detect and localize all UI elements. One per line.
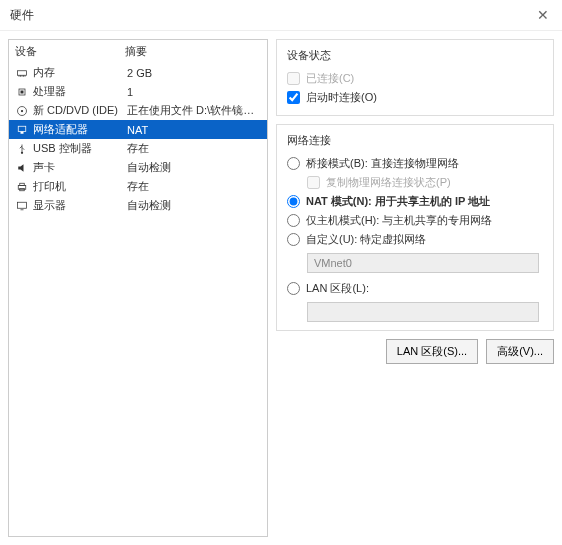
device-summary: 存在 (127, 179, 261, 194)
device-summary: 2 GB (127, 67, 261, 79)
connect-at-power-label: 启动时连接(O) (306, 90, 377, 105)
custom-radio[interactable] (287, 233, 300, 246)
device-name: 显示器 (33, 198, 127, 213)
device-name: 处理器 (33, 84, 127, 99)
device-summary: NAT (127, 124, 261, 136)
connect-at-power-row[interactable]: 启动时连接(O) (287, 88, 543, 107)
hostonly-label: 仅主机模式(H): 与主机共享的专用网络 (306, 213, 492, 228)
nat-label: NAT 模式(N): 用于共享主机的 IP 地址 (306, 194, 490, 209)
device-status-section: 设备状态 已连接(C) 启动时连接(O) (276, 39, 554, 116)
device-name: 新 CD/DVD (IDE) (33, 103, 127, 118)
close-icon[interactable]: ✕ (534, 6, 552, 24)
svg-rect-0 (18, 70, 27, 75)
device-col-device: 设备 (15, 44, 125, 59)
hostonly-radio[interactable] (287, 214, 300, 227)
lan-radio-row[interactable]: LAN 区段(L): (287, 279, 543, 298)
display-icon (15, 200, 29, 212)
device-row[interactable]: 内存2 GB (9, 63, 267, 82)
custom-radio-row[interactable]: 自定义(U): 特定虚拟网络 (287, 230, 543, 249)
connect-at-power-checkbox[interactable] (287, 91, 300, 104)
svg-point-12 (21, 151, 23, 153)
memory-icon (15, 67, 29, 79)
network-connection-section: 网络连接 桥接模式(B): 直接连接物理网络 复制物理网络连接状态(P) NAT… (276, 124, 554, 331)
svg-point-9 (21, 109, 23, 111)
window-title: 硬件 (10, 7, 34, 24)
cd-icon (15, 105, 29, 117)
device-summary: 正在使用文件 D:\软件镜像\... (127, 103, 261, 118)
bridged-radio-row[interactable]: 桥接模式(B): 直接连接物理网络 (287, 154, 543, 173)
connected-checkbox[interactable] (287, 72, 300, 85)
hostonly-radio-row[interactable]: 仅主机模式(H): 与主机共享的专用网络 (287, 211, 543, 230)
custom-label: 自定义(U): 特定虚拟网络 (306, 232, 426, 247)
device-name: 网络适配器 (33, 122, 127, 137)
device-summary: 自动检测 (127, 160, 261, 175)
device-summary: 存在 (127, 141, 261, 156)
lan-radio[interactable] (287, 282, 300, 295)
lan-segments-button[interactable]: LAN 区段(S)... (386, 339, 478, 364)
device-list-panel: 设备 摘要 内存2 GB处理器1新 CD/DVD (IDE)正在使用文件 D:\… (8, 39, 268, 537)
network-icon (15, 124, 29, 136)
nat-radio[interactable] (287, 195, 300, 208)
device-row[interactable]: 新 CD/DVD (IDE)正在使用文件 D:\软件镜像\... (9, 101, 267, 120)
device-summary: 自动检测 (127, 198, 261, 213)
svg-rect-10 (18, 126, 26, 131)
device-row[interactable]: 显示器自动检测 (9, 196, 267, 215)
device-col-summary: 摘要 (125, 44, 147, 59)
connected-checkbox-row[interactable]: 已连接(C) (287, 69, 543, 88)
network-connection-title: 网络连接 (287, 133, 543, 148)
svg-rect-11 (21, 131, 24, 133)
svg-rect-7 (21, 90, 24, 93)
device-row[interactable]: 处理器1 (9, 82, 267, 101)
bridged-sub-checkbox (307, 176, 320, 189)
device-name: 声卡 (33, 160, 127, 175)
usb-icon (15, 143, 29, 155)
bridged-sub-label: 复制物理网络连接状态(P) (326, 175, 451, 190)
device-row[interactable]: 网络适配器NAT (9, 120, 267, 139)
advanced-button[interactable]: 高级(V)... (486, 339, 554, 364)
cpu-icon (15, 86, 29, 98)
device-status-title: 设备状态 (287, 48, 543, 63)
device-row[interactable]: USB 控制器存在 (9, 139, 267, 158)
device-name: USB 控制器 (33, 141, 127, 156)
svg-rect-14 (20, 183, 25, 185)
device-summary: 1 (127, 86, 261, 98)
connected-label: 已连接(C) (306, 71, 354, 86)
bridged-radio[interactable] (287, 157, 300, 170)
device-name: 打印机 (33, 179, 127, 194)
printer-icon (15, 181, 29, 193)
device-row[interactable]: 声卡自动检测 (9, 158, 267, 177)
bridged-label: 桥接模式(B): 直接连接物理网络 (306, 156, 459, 171)
lan-label: LAN 区段(L): (306, 281, 369, 296)
device-name: 内存 (33, 65, 127, 80)
svg-rect-16 (18, 202, 27, 208)
device-row[interactable]: 打印机存在 (9, 177, 267, 196)
nat-radio-row[interactable]: NAT 模式(N): 用于共享主机的 IP 地址 (287, 192, 543, 211)
lan-segment-input[interactable] (307, 302, 539, 322)
custom-network-input[interactable] (307, 253, 539, 273)
sound-icon (15, 162, 29, 174)
bridged-sub-row: 复制物理网络连接状态(P) (307, 173, 543, 192)
